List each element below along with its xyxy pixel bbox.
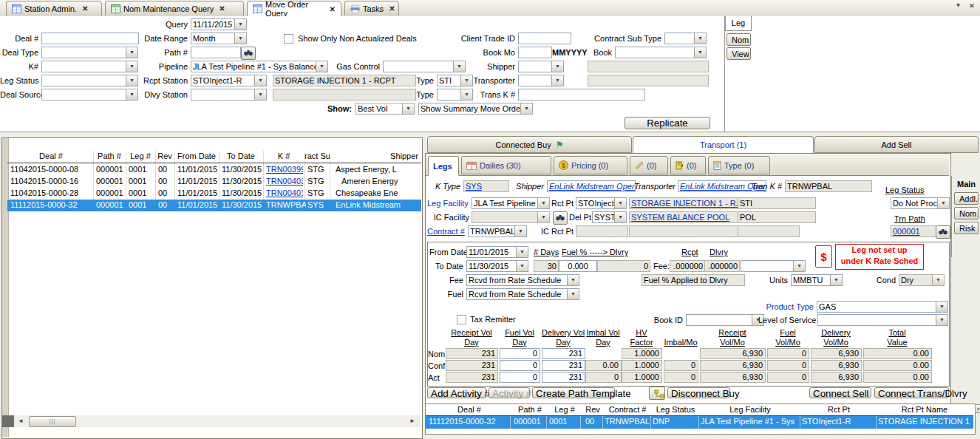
vol-cell[interactable]: 231 (542, 360, 585, 371)
contract-number-label[interactable]: Contract # (427, 226, 465, 237)
chevron-down-icon[interactable]: ▼ (516, 247, 528, 257)
leg-status-dropdown[interactable]: Do Not Proces▼ (891, 197, 950, 209)
side-button-view[interactable]: View (727, 47, 751, 60)
chevron-down-icon[interactable]: ▼ (551, 61, 563, 72)
chevron-down-icon[interactable]: ▼ (514, 226, 526, 236)
side-tab-risk[interactable]: Risk (954, 222, 979, 234)
cell-k-link[interactable]: TRN00399 (266, 164, 303, 175)
side-button-leg[interactable]: Leg (725, 16, 752, 31)
col-header[interactable]: ract Sub T (304, 151, 330, 162)
close-icon[interactable]: ✕ (82, 4, 88, 13)
show-summary-dropdown[interactable]: Show Summary Move Orde▼ (418, 103, 533, 115)
vol-cell[interactable]: 0 (500, 348, 540, 359)
tab-transport[interactable]: Transport (1) (633, 136, 814, 154)
chevron-down-icon[interactable]: ▼ (402, 103, 414, 114)
product-type-dropdown[interactable]: GAS▼ (817, 301, 948, 313)
chevron-down-icon[interactable]: ▼ (520, 103, 532, 114)
show-mode-dropdown[interactable]: Best Vol▼ (355, 103, 415, 115)
contract-number-dropdown[interactable]: TRNWPBAL▼ (468, 225, 527, 237)
table-row[interactable]: 11042015-0000-16 000001 0001 00 11/01/20… (7, 176, 421, 188)
chevron-down-icon[interactable]: ▼ (126, 61, 137, 72)
transporter-dropdown[interactable]: ▼ (518, 75, 564, 86)
path-number-input[interactable] (191, 47, 241, 58)
gas-control-dropdown[interactable]: ▼ (383, 61, 466, 72)
chevron-down-icon[interactable]: ▼ (567, 275, 579, 285)
tabbar-close-icon[interactable]: ✕ (969, 2, 975, 10)
chevron-down-icon[interactable]: ▼ (254, 89, 266, 100)
connected-leg-row-selected[interactable]: 11112015-0000-32 000001 0001 00 TRNWPBAL… (426, 416, 973, 429)
chevron-down-icon[interactable]: ▼ (537, 212, 549, 222)
chevron-down-icon[interactable]: ▼ (694, 47, 706, 58)
client-trade-id-input[interactable] (518, 33, 571, 44)
chevron-down-icon[interactable]: ▼ (126, 75, 137, 86)
query-date-dropdown[interactable]: 11/11/2015▼ (191, 18, 247, 30)
vol-cell[interactable]: 0 (500, 372, 540, 383)
col-header[interactable]: Rev (583, 405, 602, 415)
bottom-table-scroll-up[interactable]: ▲ (975, 404, 980, 413)
leg-facility-dropdown[interactable]: JLA Test Pipeline #1 - Sy▼ (472, 197, 550, 209)
leg-facility-label[interactable]: Leg Facility (427, 198, 469, 209)
replicate-button[interactable]: Replicate (625, 117, 710, 129)
col-header[interactable]: Leg Facility (701, 405, 800, 415)
col-header[interactable]: K # (265, 151, 303, 162)
chevron-down-icon[interactable]: ▼ (126, 47, 137, 58)
subtab-dailies[interactable]: 1 Dailies (30) (461, 156, 551, 174)
del-pt-dropdown[interactable]: SYSTEM BAL▼ (592, 211, 627, 223)
chevron-down-icon[interactable]: ▼ (551, 75, 563, 86)
book-mo-input[interactable] (518, 47, 552, 58)
trn-path-lookup-button[interactable] (936, 225, 950, 239)
date-range-dropdown[interactable]: Month▼ (191, 33, 247, 44)
tab-station-admin[interactable]: Station Admin. ✕ (6, 1, 102, 16)
col-header[interactable]: Leg # (127, 151, 154, 162)
fuel-pct-rcpt-input[interactable]: 0.000 (559, 260, 597, 272)
col-header[interactable]: Path # (95, 151, 124, 162)
chevron-down-icon[interactable]: ▼ (460, 89, 472, 100)
shipper-dropdown[interactable]: ▼ (518, 61, 564, 72)
side-tab-nom[interactable]: Nom (954, 207, 979, 220)
col-header[interactable]: Contract # (605, 405, 650, 415)
subtab-legs[interactable]: Legs (428, 156, 459, 176)
chevron-down-icon[interactable]: ▼ (793, 261, 805, 271)
side-tab-main[interactable]: Main (957, 179, 976, 190)
book-id-dropdown[interactable]: ▼ (686, 314, 764, 326)
fee-index-dropdown[interactable]: ▼ (741, 260, 806, 272)
to-date-dropdown[interactable]: 11/30/2015▼ (466, 260, 528, 272)
tab-nom-maintenance-query[interactable]: Nom Maintenance Query ✕ (105, 1, 244, 16)
leg-status-header-label[interactable]: Leg Status (885, 185, 925, 196)
tax-remitter-checkbox[interactable] (457, 315, 466, 324)
col-header[interactable]: Leg # (549, 405, 580, 415)
tab-scroll-dropdown-icon[interactable]: ▾ (956, 1, 960, 9)
tab-move-order-query[interactable]: Move Order Query ✕ (247, 1, 341, 16)
rct-pt-dropdown[interactable]: STOInject1-R▼ (576, 197, 627, 209)
vol-cell[interactable]: 231 (542, 348, 585, 359)
col-header[interactable]: Deal # (10, 151, 92, 162)
col-header[interactable]: Rev (155, 151, 174, 162)
close-icon[interactable]: ✕ (389, 4, 395, 13)
subtab-notes[interactable]: (0) (630, 156, 668, 174)
trn-path-header-label[interactable]: Trn Path (894, 214, 925, 225)
path-lookup-button[interactable] (241, 47, 256, 60)
rcpt-type-dropdown[interactable]: STI▼ (437, 75, 473, 86)
connect-tool-button[interactable] (649, 387, 665, 400)
chevron-down-icon[interactable]: ▼ (254, 75, 266, 86)
deal-source-dropdown[interactable]: ▼ (41, 89, 138, 101)
subtab-pricing[interactable]: $ Pricing (0) (554, 156, 627, 174)
scroll-left-arrow[interactable]: ◄ (16, 417, 26, 426)
chevron-down-icon[interactable]: ▼ (234, 33, 246, 44)
subtab-type[interactable]: Type (0) (708, 156, 770, 174)
add-activity-button[interactable]: Add Activity # (427, 387, 486, 398)
col-header[interactable]: Path # (514, 405, 546, 415)
chevron-down-icon[interactable]: ▼ (126, 89, 137, 100)
deal-type-dropdown[interactable]: ▼ (41, 47, 138, 58)
table-row-selected[interactable]: 11112015-0000-32 000001 0001 00 11/01/20… (7, 200, 421, 211)
col-header[interactable]: Deal # (429, 405, 510, 415)
chevron-down-icon[interactable]: ▼ (830, 275, 842, 285)
contract-sub-type-dropdown[interactable]: ▼ (664, 33, 707, 44)
subtab-attachments[interactable]: (0) (670, 156, 706, 174)
col-header[interactable]: Rct Pt Name (878, 405, 971, 415)
close-icon[interactable]: ✕ (219, 4, 225, 13)
k-number-dropdown[interactable]: ▼ (41, 61, 138, 72)
dollar-button[interactable]: $ (815, 245, 832, 268)
chevron-down-icon[interactable]: ▼ (516, 261, 528, 271)
ic-facility-dropdown[interactable]: ▼ (472, 211, 550, 223)
